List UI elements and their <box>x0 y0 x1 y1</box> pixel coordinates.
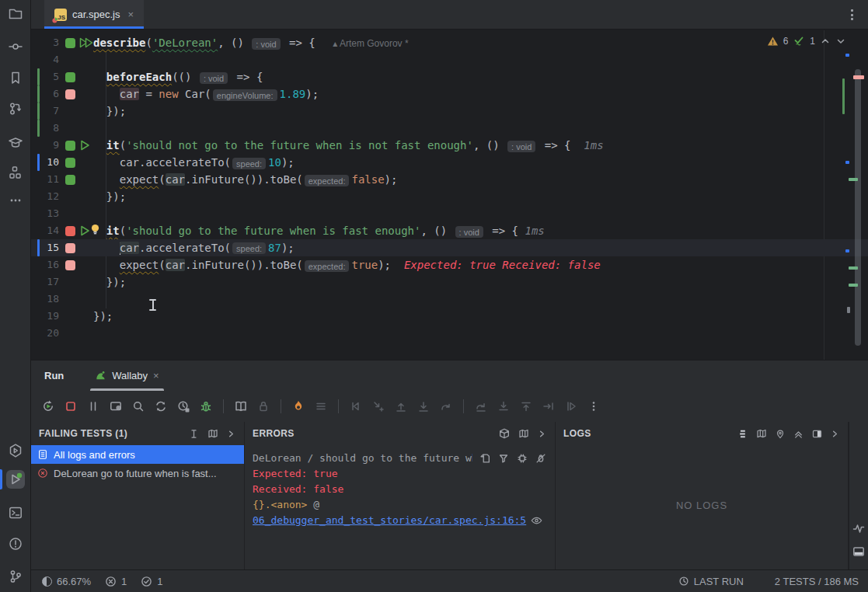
smart-start-flame-button[interactable] <box>291 399 306 414</box>
git-branch-icon[interactable] <box>6 567 25 586</box>
lock-button[interactable] <box>256 399 271 414</box>
stack-lines-icon[interactable] <box>737 428 748 440</box>
debug-bug-button[interactable] <box>198 399 214 414</box>
screen-button[interactable] <box>108 399 124 414</box>
filter-stack-icon[interactable] <box>497 452 510 465</box>
location-pin-icon[interactable] <box>775 428 786 440</box>
terminal-icon[interactable] <box>6 503 25 522</box>
list-item-all-logs[interactable]: All logs and errors <box>31 445 244 464</box>
more-tools-icon[interactable] <box>6 191 25 210</box>
commit-icon[interactable] <box>6 37 25 56</box>
pause-button[interactable] <box>85 399 101 414</box>
code-line[interactable]: 8 <box>31 120 868 137</box>
coverage-indicator[interactable] <box>65 260 75 270</box>
rerun-button[interactable] <box>40 399 56 414</box>
learn-icon[interactable] <box>6 134 25 152</box>
stripe-mark[interactable] <box>853 75 864 79</box>
test-history-button[interactable] <box>176 399 191 414</box>
project-icon[interactable] <box>6 4 25 23</box>
coverage-indicator[interactable] <box>65 175 75 185</box>
sort-tests-icon[interactable] <box>188 428 200 440</box>
run-toolwindow-icon[interactable] <box>6 470 25 489</box>
search-tests-button[interactable] <box>131 399 146 414</box>
inspections-widget[interactable]: 6 1 <box>767 35 846 47</box>
code-line[interactable]: 20 <box>31 325 868 342</box>
run-test-icon[interactable] <box>78 37 92 49</box>
tab-close-icon[interactable]: × <box>127 9 134 20</box>
code-line[interactable]: 3describe('DeLorean', () : void => { ▴ A… <box>31 34 868 51</box>
stripe-mark[interactable] <box>845 54 849 57</box>
stripe-mark[interactable] <box>845 249 849 252</box>
code-line[interactable]: 10 car.accelerateTo(speed:10); <box>31 154 868 171</box>
intention-bulb-icon[interactable] <box>90 224 100 235</box>
code-editor[interactable]: 3describe('DeLorean', () : void => { ▴ A… <box>31 30 868 360</box>
code-line[interactable]: 5 beforeEach(() : void => { <box>31 68 868 85</box>
debug-disabled-icon[interactable] <box>535 452 547 465</box>
step-out-block-button[interactable] <box>438 399 454 414</box>
failing-test-path[interactable]: DeLorean / should go to the future when… <box>253 451 472 466</box>
collapse-all-icon[interactable] <box>793 428 804 440</box>
coverage-indicator[interactable] <box>65 158 75 168</box>
stripe-mark[interactable] <box>842 78 845 114</box>
stripe-mark[interactable] <box>847 307 850 313</box>
profiler-pulse-icon[interactable] <box>852 521 866 535</box>
next-problem-chevron-icon[interactable] <box>835 36 846 47</box>
move-up-button[interactable] <box>518 399 534 414</box>
code-line[interactable]: 18 <box>31 291 868 308</box>
layout-split-icon[interactable] <box>811 428 823 440</box>
tab-wallaby[interactable]: Wallaby × <box>87 360 166 391</box>
coverage-indicator[interactable] <box>65 226 75 236</box>
run-to-cursor-button[interactable] <box>371 399 386 414</box>
map-view-icon[interactable] <box>755 428 768 440</box>
code-line[interactable]: 6 car = new Car(engineVolume:1.89); <box>31 85 868 103</box>
code-line[interactable]: 14 it('should go to the future when is f… <box>31 222 868 239</box>
passed-count-widget[interactable]: 1 <box>141 576 162 587</box>
package-icon[interactable] <box>498 427 511 440</box>
code-line[interactable]: 19}); <box>31 308 868 325</box>
code-line[interactable]: 12 }); <box>31 188 868 205</box>
editor-scrollbar[interactable] <box>855 69 861 346</box>
code-line[interactable]: 4 <box>31 51 868 68</box>
run-test-icon[interactable] <box>78 139 92 151</box>
pull-requests-icon[interactable] <box>6 99 25 118</box>
preview-eye-icon[interactable] <box>531 516 542 525</box>
menu-lines-button[interactable] <box>313 399 329 414</box>
last-run-widget[interactable]: LAST RUN <box>678 576 744 587</box>
stripe-mark[interactable] <box>849 284 858 287</box>
coverage-indicator[interactable] <box>65 89 75 99</box>
coverage-indicator[interactable] <box>65 141 75 151</box>
bookmark-icon[interactable] <box>6 68 25 87</box>
coverage-indicator[interactable] <box>65 243 75 253</box>
move-down-button[interactable] <box>496 399 511 414</box>
jump-to-statement-button[interactable] <box>541 399 556 414</box>
expand-panel-chevron-icon[interactable] <box>830 429 840 439</box>
stripe-mark[interactable] <box>849 178 858 181</box>
book-button[interactable] <box>233 399 249 414</box>
wallaby-tab-close-icon[interactable]: × <box>153 370 159 381</box>
stripe-mark[interactable] <box>849 266 858 270</box>
expand-panel-chevron-icon[interactable] <box>537 429 547 439</box>
stack-frame-link[interactable]: 06_debugger_and_test_stories/car.spec.js… <box>253 513 526 528</box>
code-line[interactable]: 9 it('should not go to the future when i… <box>31 137 868 154</box>
copy-stack-icon[interactable] <box>479 452 491 465</box>
coverage-indicator[interactable] <box>65 38 75 48</box>
tab-car-spec-js[interactable]: JS car.spec.js × <box>44 0 144 29</box>
chip-icon[interactable] <box>516 452 528 465</box>
map-view-icon[interactable] <box>207 428 219 440</box>
stop-button[interactable] <box>63 399 78 414</box>
code-line[interactable]: 13 <box>31 205 868 222</box>
list-item-failing-test[interactable]: DeLorean go to future when is fast... <box>31 464 244 482</box>
code-line[interactable]: 7 }); <box>31 103 868 120</box>
toolbar-kebab-icon[interactable] <box>586 399 601 414</box>
prev-problem-chevron-icon[interactable] <box>820 36 831 47</box>
step-over-button[interactable] <box>416 399 431 414</box>
move-up-stack-button[interactable] <box>473 399 489 414</box>
problems-icon[interactable] <box>6 535 25 553</box>
code-line[interactable]: 16 expect(car.inFuture()).toBe(expected:… <box>31 256 868 273</box>
services-icon[interactable] <box>6 441 25 460</box>
coverage-widget[interactable]: 66.67% <box>42 576 91 587</box>
stripe-mark[interactable] <box>845 161 849 164</box>
code-line[interactable]: 15 car.accelerateTo(speed:87); <box>31 239 868 256</box>
refresh-button[interactable] <box>153 399 169 414</box>
structure-icon[interactable] <box>6 163 25 182</box>
